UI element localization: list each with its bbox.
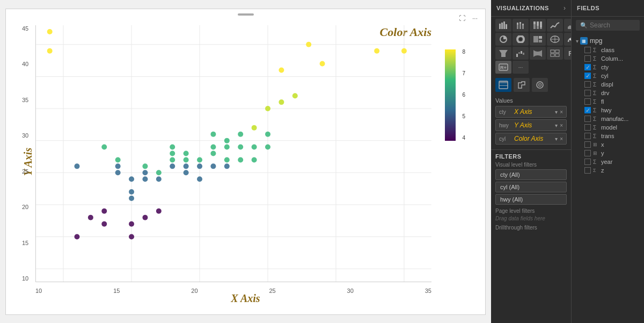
field-sigma-cty: Σ: [593, 64, 599, 70]
svg-text:R+: R+: [500, 65, 507, 70]
viz-line-icon[interactable]: [547, 19, 563, 32]
svg-point-124: [539, 84, 540, 85]
svg-point-66: [279, 67, 284, 73]
filter-pill-hwy[interactable]: hwy (All): [495, 194, 567, 205]
visualizations-title: VISUALIZATIONS: [496, 5, 564, 11]
field-checkbox-trans[interactable]: [584, 133, 591, 139]
field-item-hwy[interactable]: ✓ Σ hwy: [574, 106, 642, 114]
viz-tab-analytics[interactable]: [532, 78, 548, 92]
fields-list: ▾ ▦ mpg Σ class Σ Colum... ✓ Σ: [572, 34, 644, 177]
svg-point-68: [306, 41, 311, 47]
svg-rect-72: [499, 24, 501, 29]
field-item-z[interactable]: Σ z: [574, 166, 642, 175]
y-tick-30: 30: [22, 132, 28, 139]
x-tick-20: 20: [191, 288, 197, 294]
more-icon[interactable]: ···: [470, 13, 480, 23]
color-axis-row: cyl Color Axis ▾ ×: [495, 133, 567, 145]
viz-tab-format[interactable]: [514, 78, 530, 92]
search-input[interactable]: [590, 21, 635, 29]
color-axis-close[interactable]: ×: [560, 136, 563, 142]
svg-point-42: [184, 163, 189, 169]
field-checkbox-y[interactable]: [584, 150, 591, 156]
y-axis-value: Y Axis: [514, 121, 553, 129]
field-checkbox-model[interactable]: [584, 124, 591, 131]
svg-point-65: [279, 99, 284, 105]
viz-r-icon[interactable]: R: [564, 47, 572, 60]
chart-handle[interactable]: [238, 13, 254, 16]
expand-icon[interactable]: ⛶: [457, 13, 467, 23]
viz-pie-icon[interactable]: [495, 33, 511, 46]
field-item-y[interactable]: ⊞ y: [574, 149, 642, 157]
x-axis-close[interactable]: ×: [560, 109, 563, 115]
field-checkbox-fl[interactable]: [584, 98, 591, 105]
field-sigma-cyl: Σ: [593, 73, 599, 79]
field-checkbox-displ[interactable]: [584, 81, 591, 88]
search-box[interactable]: 🔍: [576, 20, 640, 31]
chart-container: ⛶ ··· Color Axis Y Axis X Axis 8 7 6 5 4…: [5, 9, 486, 315]
field-checkbox-cyl[interactable]: ✓: [584, 73, 591, 79]
viz-gauge-icon[interactable]: [564, 33, 572, 46]
viz-rx-icon[interactable]: R+: [495, 61, 511, 74]
field-checkbox-drv[interactable]: [584, 90, 591, 96]
svg-point-18: [88, 214, 93, 220]
viz-stacked-bar-icon[interactable]: [513, 19, 529, 32]
viz-area-icon[interactable]: [564, 19, 572, 32]
y-axis-chevron[interactable]: ▾: [555, 123, 558, 128]
field-item-column[interactable]: Σ Colum...: [574, 54, 642, 63]
svg-point-14: [47, 28, 53, 34]
field-item-year[interactable]: Σ year: [574, 157, 642, 166]
bottom-section: 123 R: [491, 17, 644, 323]
viz-tab-fields[interactable]: [495, 78, 511, 92]
field-group-icon: ▦: [580, 37, 588, 45]
x-axis-chevron[interactable]: ▾: [555, 109, 558, 115]
svg-rect-107: [518, 52, 520, 54]
field-item-trans[interactable]: Σ trans: [574, 132, 642, 140]
viz-sub-icons: [491, 76, 571, 94]
viz-map-icon[interactable]: [547, 33, 563, 46]
svg-point-38: [170, 157, 175, 162]
viz-waterfall-icon[interactable]: [513, 47, 529, 60]
viz-100bar-icon[interactable]: [530, 19, 546, 32]
svg-rect-96: [533, 36, 538, 42]
y-tick-20: 20: [22, 204, 28, 210]
field-checkbox-z[interactable]: [584, 167, 591, 174]
field-checkbox-cty[interactable]: ✓: [584, 64, 591, 70]
viz-panel-header: VISUALIZATIONS ›: [491, 0, 572, 16]
field-item-cty[interactable]: ✓ Σ cty: [574, 63, 642, 71]
viz-treemap-icon[interactable]: [530, 33, 546, 46]
drillthrough-filters-label: Drillthrough filters: [495, 225, 567, 231]
field-item-cyl[interactable]: ✓ Σ cyl: [574, 71, 642, 80]
field-checkbox-hwy[interactable]: ✓: [584, 107, 591, 113]
color-legend-bar: [445, 49, 456, 141]
svg-rect-110: [551, 50, 554, 53]
field-checkbox-column[interactable]: [584, 55, 591, 62]
color-axis-chevron[interactable]: ▾: [555, 136, 558, 142]
field-item-x[interactable]: ⊞ x: [574, 140, 642, 149]
svg-rect-79: [519, 22, 521, 24]
viz-bar-icon[interactable]: [495, 19, 511, 32]
field-item-drv[interactable]: Σ drv: [574, 89, 642, 97]
filter-pill-cty[interactable]: cty (All): [495, 169, 567, 180]
field-checkbox-manufac[interactable]: [584, 116, 591, 122]
y-axis-close[interactable]: ×: [560, 123, 563, 128]
field-name-z: z: [601, 167, 639, 174]
field-item-manufac[interactable]: Σ manufac...: [574, 114, 642, 123]
field-sigma-manufac: Σ: [593, 116, 599, 122]
viz-scatter2-icon[interactable]: [547, 47, 563, 60]
svg-point-59: [252, 157, 257, 162]
field-group-mpg[interactable]: ▾ ▦ mpg: [574, 36, 642, 46]
svg-point-19: [101, 221, 107, 226]
viz-ribbon-icon[interactable]: [530, 47, 546, 60]
viz-more-icon[interactable]: ···: [513, 61, 529, 74]
panel-chevron[interactable]: ›: [564, 4, 566, 12]
field-item-class[interactable]: Σ class: [574, 46, 642, 54]
viz-funnel-icon[interactable]: [495, 47, 511, 60]
field-item-displ[interactable]: Σ displ: [574, 80, 642, 89]
field-item-fl[interactable]: Σ fl: [574, 97, 642, 106]
field-checkbox-x[interactable]: [584, 141, 591, 148]
viz-donut-icon[interactable]: [513, 33, 529, 46]
field-checkbox-class[interactable]: [584, 47, 591, 53]
field-item-model[interactable]: Σ model: [574, 123, 642, 132]
field-checkbox-year[interactable]: [584, 159, 591, 165]
filter-pill-cyl[interactable]: cyl (All): [495, 182, 567, 192]
